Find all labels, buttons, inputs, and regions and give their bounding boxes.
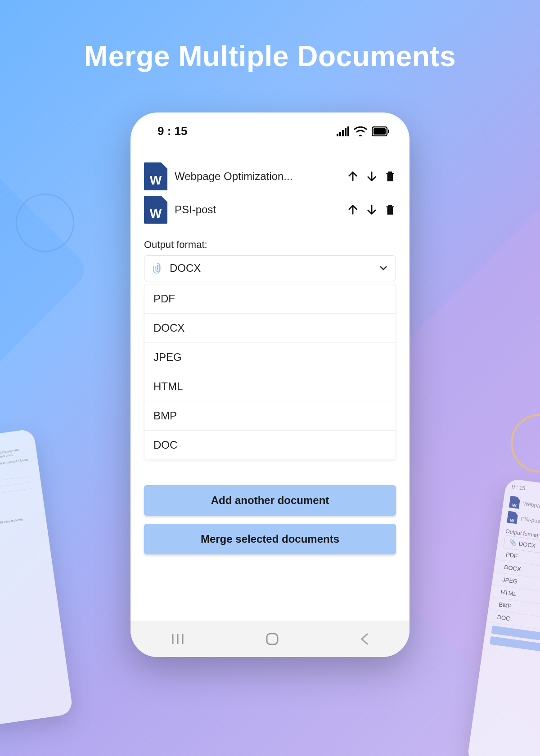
svg-rect-2 xyxy=(342,130,344,136)
recents-icon[interactable] xyxy=(170,632,185,646)
bg-shape xyxy=(0,143,91,397)
attachment-icon xyxy=(153,262,162,274)
svg-rect-1 xyxy=(339,132,341,136)
back-icon[interactable] xyxy=(359,632,370,646)
word-doc-icon: W xyxy=(144,162,167,190)
wifi-icon xyxy=(354,126,367,136)
document-name: PSI-post xyxy=(175,203,339,216)
phone-frame: 9 : 15 W Webpage Optimization... W PSI-p… xyxy=(130,112,410,657)
svg-rect-0 xyxy=(337,134,338,136)
format-options-list: PDF DOCX JPEG HTML BMP DOC xyxy=(144,284,396,460)
merge-documents-button[interactable]: Merge selected documents xyxy=(144,524,396,554)
word-doc-icon: W xyxy=(144,196,167,224)
delete-icon[interactable] xyxy=(384,170,396,183)
document-name: Webpage Optimization... xyxy=(175,170,339,183)
add-document-button[interactable]: Add another document xyxy=(144,485,396,516)
bg-circle xyxy=(16,194,74,252)
decorative-phone-left: REPORT Lorem ipsum dolor sit amet consec… xyxy=(0,428,73,733)
chevron-down-icon xyxy=(379,266,387,271)
format-option[interactable]: HTML xyxy=(144,372,396,401)
delete-icon[interactable] xyxy=(384,203,396,216)
svg-rect-6 xyxy=(374,128,386,135)
svg-rect-3 xyxy=(345,128,346,136)
status-bar: 9 : 15 xyxy=(130,112,410,142)
output-format-label: Output format: xyxy=(144,239,396,251)
format-option[interactable]: DOCX xyxy=(144,314,396,343)
document-row: W Webpage Optimization... xyxy=(144,160,396,193)
output-format-select[interactable]: DOCX xyxy=(144,255,396,281)
move-down-icon[interactable] xyxy=(365,170,378,183)
selected-format: DOCX xyxy=(170,262,201,274)
home-icon[interactable] xyxy=(265,631,280,647)
move-down-icon[interactable] xyxy=(365,203,378,216)
svg-rect-4 xyxy=(347,126,349,136)
move-up-icon[interactable] xyxy=(346,170,359,183)
svg-rect-9 xyxy=(387,207,393,215)
page-title: Merge Multiple Documents xyxy=(0,0,540,73)
format-option[interactable]: BMP xyxy=(144,401,396,431)
signal-icon xyxy=(337,126,349,136)
status-time: 9 : 15 xyxy=(158,124,188,138)
battery-icon xyxy=(372,126,390,136)
format-option[interactable]: DOC xyxy=(144,431,396,459)
android-nav-bar xyxy=(130,621,410,657)
format-option[interactable]: JPEG xyxy=(144,343,396,372)
svg-rect-8 xyxy=(387,174,393,181)
svg-rect-13 xyxy=(267,634,278,644)
format-option[interactable]: PDF xyxy=(144,284,396,314)
document-row: W PSI-post xyxy=(144,193,396,226)
svg-rect-7 xyxy=(388,130,389,133)
move-up-icon[interactable] xyxy=(346,203,359,216)
